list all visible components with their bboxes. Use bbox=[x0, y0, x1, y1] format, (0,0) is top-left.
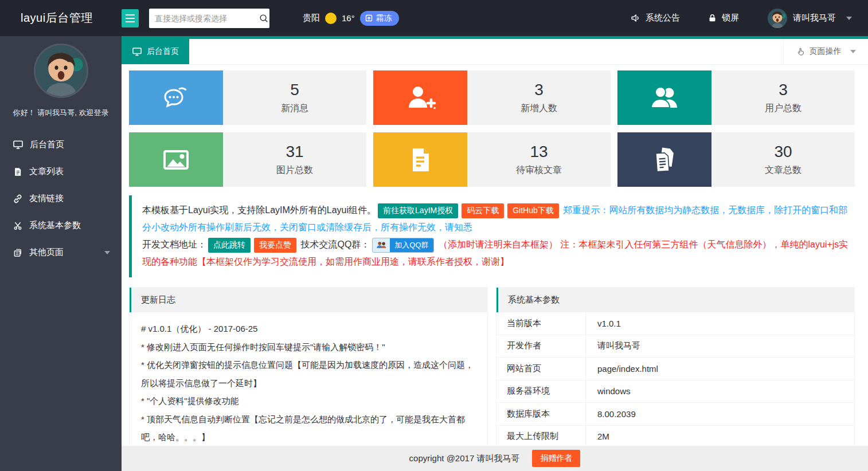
page-actions-dropdown[interactable]: 页面操作 bbox=[783, 39, 868, 64]
param-label: 开发作者 bbox=[496, 340, 585, 351]
stat-card-total-users: 3 用户总数 bbox=[617, 70, 855, 125]
qq-group-label: 技术交流QQ群： bbox=[300, 240, 370, 249]
copyright-text: copyright @2017 请叫我马哥 bbox=[409, 453, 520, 464]
sidebar-item-other-pages[interactable]: 其他页面 bbox=[0, 239, 122, 266]
chevron-down-icon bbox=[850, 50, 856, 53]
search-icon[interactable] bbox=[259, 13, 269, 23]
params-icon bbox=[13, 221, 23, 231]
sidebar: 你好！ 请叫我马哥, 欢迎登录 后台首页 文章列表 bbox=[0, 36, 122, 471]
quick-search bbox=[149, 9, 269, 28]
layim-auth-button[interactable]: 前往获取LayIM授权 bbox=[378, 203, 458, 218]
system-params-table: 当前版本 v1.0.1 开发作者 请叫我马哥 网站首页 page/index.h… bbox=[496, 312, 854, 448]
param-value: v1.0.1 bbox=[585, 312, 854, 335]
table-row: 网站首页 page/index.html bbox=[496, 358, 854, 380]
stat-cards: 5 新消息 3 新增人数 bbox=[129, 70, 855, 187]
hand-pointer-icon bbox=[796, 47, 806, 56]
table-row: 开发作者 请叫我马哥 bbox=[496, 335, 854, 358]
stat-value: 30 bbox=[774, 143, 792, 161]
stat-info: 3 用户总数 bbox=[711, 70, 855, 125]
doc-jump-button[interactable]: 点此跳转 bbox=[208, 238, 251, 253]
stat-value: 5 bbox=[290, 81, 299, 99]
table-row: 服务器环境 windows bbox=[496, 380, 854, 403]
lock-label: 锁屏 bbox=[722, 13, 739, 23]
like-button[interactable]: 我要点赞 bbox=[254, 238, 296, 253]
sidebar-item-label: 其他页面 bbox=[29, 247, 64, 258]
stat-info: 3 新增人数 bbox=[467, 70, 611, 125]
lock-icon bbox=[707, 13, 717, 23]
bottom-panels: 更新日志 # v1.0.1（优化） - 2017-06-25 * 修改刚进入页面… bbox=[129, 287, 855, 459]
monitor-icon bbox=[132, 46, 142, 57]
stat-label: 新增人数 bbox=[521, 103, 557, 115]
changelog-line: * 顶部天气信息自动判断位置【忘记之前是怎么想的做成北京的了，可能是我在大首都吧… bbox=[141, 410, 476, 446]
gitee-download-button[interactable]: 码云下载 bbox=[462, 203, 504, 218]
stat-card-pending-articles: 13 待审核文章 bbox=[373, 132, 611, 187]
monitor-icon bbox=[13, 139, 24, 150]
param-label: 网站首页 bbox=[496, 363, 585, 374]
sidebar-item-articles[interactable]: 文章列表 bbox=[0, 158, 122, 185]
alert-export-icon bbox=[365, 14, 373, 22]
stat-info: 31 图片总数 bbox=[223, 132, 366, 187]
tab-home[interactable]: 后台首页 bbox=[122, 39, 189, 64]
changelog-panel: 更新日志 # v1.0.1（优化） - 2017-06-25 * 修改刚进入页面… bbox=[129, 287, 488, 459]
donate-button[interactable]: 捐赠作者 bbox=[532, 450, 580, 467]
param-label: 最大上传限制 bbox=[496, 431, 585, 442]
stat-info: 30 文章总数 bbox=[711, 132, 855, 187]
sidebar-item-label: 后台首页 bbox=[30, 139, 64, 150]
lock-screen-button[interactable]: 锁屏 bbox=[707, 13, 739, 23]
doc-icon bbox=[373, 132, 467, 187]
github-download-button[interactable]: GitHub下载 bbox=[507, 203, 559, 218]
table-row: 最大上传限制 2M bbox=[496, 426, 854, 449]
system-announcement-button[interactable]: 系统公告 bbox=[630, 13, 680, 23]
top-header: layui后台管理 贵阳 16° 霜冻 bbox=[0, 0, 868, 36]
stat-card-new-messages: 5 新消息 bbox=[129, 70, 366, 125]
notice-intro: 本模板基于Layui实现，支持除LayIM外所有的Layui组件。 bbox=[142, 205, 376, 215]
menu-toggle-button[interactable] bbox=[122, 9, 139, 28]
param-value: 2M bbox=[585, 426, 854, 448]
sun-icon bbox=[325, 13, 337, 24]
sidebar-item-home[interactable]: 后台首页 bbox=[0, 131, 122, 158]
param-label: 服务器环境 bbox=[496, 386, 585, 397]
param-label: 当前版本 bbox=[496, 318, 585, 329]
weather-alert-label: 霜冻 bbox=[376, 13, 392, 23]
sidebar-item-links[interactable]: 友情链接 bbox=[0, 185, 122, 212]
sidebar-item-label: 系统基本参数 bbox=[29, 220, 81, 231]
join-qq-group-button[interactable]: 加入QQ群 bbox=[372, 238, 433, 253]
sidebar-nav: 后台首页 文章列表 友情链接 bbox=[0, 131, 122, 266]
sidebar-item-system-params[interactable]: 系统基本参数 bbox=[0, 212, 122, 239]
announcement-label: 系统公告 bbox=[646, 13, 680, 23]
stat-label: 文章总数 bbox=[765, 164, 801, 176]
stat-value: 3 bbox=[779, 81, 788, 99]
system-params-title: 系统基本参数 bbox=[496, 288, 854, 312]
tab-label: 后台首页 bbox=[147, 46, 179, 57]
stat-info: 13 待审核文章 bbox=[467, 132, 611, 187]
tab-bar: 后台首页 页面操作 bbox=[122, 39, 868, 65]
changelog-line: * "个人资料"提供修改功能 bbox=[141, 392, 476, 410]
chevron-down-icon bbox=[846, 17, 852, 20]
weather-temp: 16° bbox=[342, 13, 355, 23]
search-input[interactable] bbox=[155, 14, 259, 23]
users-icon bbox=[617, 70, 711, 125]
pages-icon bbox=[13, 248, 23, 258]
chat-icon bbox=[129, 70, 223, 125]
chevron-down-icon bbox=[104, 251, 110, 254]
page-content: 5 新消息 3 新增人数 bbox=[122, 65, 868, 471]
image-icon bbox=[129, 132, 223, 187]
stat-value: 31 bbox=[286, 143, 303, 161]
param-value: 8.00.2039 bbox=[585, 403, 854, 425]
sidebar-item-label: 友情链接 bbox=[29, 193, 64, 204]
param-value: page/index.html bbox=[585, 358, 854, 380]
user-menu[interactable]: 请叫我马哥 bbox=[768, 9, 852, 28]
page-actions-label: 页面操作 bbox=[810, 46, 842, 57]
header-right-group: 系统公告 锁屏 请叫我马哥 bbox=[630, 9, 868, 28]
username-label: 请叫我马哥 bbox=[793, 13, 836, 23]
changelog-line: * 优化关闭弹窗按钮的提示信息位置问题【可能是因为加载速度的原因，造成这个问题，… bbox=[141, 356, 476, 392]
param-value: windows bbox=[585, 380, 854, 403]
docs-icon bbox=[617, 132, 711, 187]
changelog-body: # v1.0.1（优化） - 2017-06-25 * 修改刚进入页面无任何操作… bbox=[130, 312, 487, 459]
weather-city: 贵阳 bbox=[303, 13, 320, 23]
user-add-icon bbox=[373, 70, 467, 125]
sidebar-item-label: 文章列表 bbox=[29, 166, 64, 177]
stat-card-total-articles: 30 文章总数 bbox=[617, 132, 855, 187]
changelog-line: # v1.0.1（优化） - 2017-06-25 bbox=[141, 320, 476, 338]
stat-label: 新消息 bbox=[281, 103, 308, 115]
